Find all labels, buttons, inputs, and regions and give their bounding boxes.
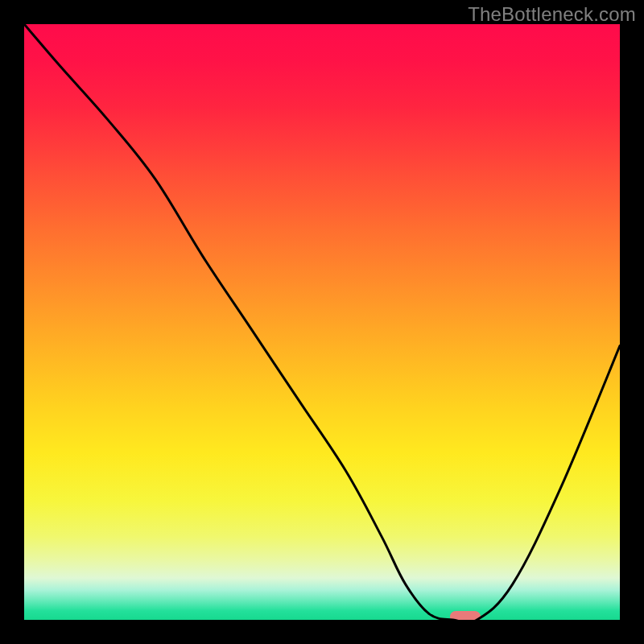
watermark-text: TheBottleneck.com (468, 3, 636, 26)
plot-area (24, 24, 620, 620)
chart-stage: TheBottleneck.com (0, 0, 644, 644)
bottleneck-curve (24, 24, 620, 620)
